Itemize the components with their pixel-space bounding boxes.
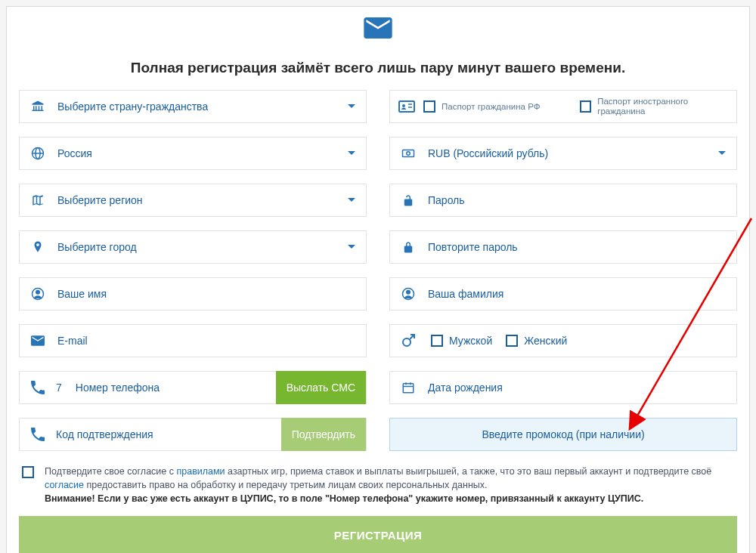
gender-icon	[399, 332, 417, 350]
chevron-down-icon	[346, 149, 357, 158]
chevron-down-icon	[346, 243, 357, 252]
promo-placeholder: Введите промокод (при наличии)	[482, 428, 644, 440]
id-card-icon	[398, 97, 416, 116]
region-select[interactable]: Выберите регион	[19, 184, 367, 217]
confirm-code-group: Код подтверждения Подтвердить	[19, 418, 367, 451]
citizenship-label: Выберите страну-гражданства	[57, 100, 346, 113]
dob-label: Дата рождения	[428, 382, 727, 394]
form-grid: Выберите страну-гражданства Паспорт граж…	[19, 90, 737, 451]
passport-rf-checkbox[interactable]: Паспорт гражданина РФ	[423, 100, 572, 113]
phone-icon	[29, 425, 47, 443]
lastname-input[interactable]: Ваша фамилия	[389, 277, 737, 310]
svg-point-10	[36, 291, 40, 295]
svg-point-13	[403, 338, 411, 346]
calendar-icon	[399, 381, 417, 394]
svg-point-8	[407, 152, 411, 156]
checkbox-icon	[431, 335, 443, 347]
money-icon	[399, 147, 417, 160]
firstname-input[interactable]: Ваше имя	[19, 277, 367, 310]
page-title: Полная регистрация займёт всего лишь пар…	[19, 60, 737, 76]
country-label: Россия	[57, 147, 346, 159]
chevron-down-icon	[346, 102, 357, 111]
chevron-down-icon	[346, 196, 357, 205]
user-icon	[29, 287, 47, 301]
consent-checkbox[interactable]	[22, 466, 34, 478]
checkbox-icon	[506, 335, 518, 347]
password-repeat-label: Повторите пароль	[428, 241, 727, 253]
svg-rect-7	[403, 150, 414, 157]
phone-input-group: 7 Номер телефона Выслать СМС	[19, 371, 367, 404]
password-repeat-input[interactable]: Повторите пароль	[389, 230, 737, 264]
gender-female-label: Женский	[524, 335, 567, 347]
email-label: E-mail	[57, 335, 357, 347]
region-label: Выберите регион	[57, 194, 346, 206]
checkbox-icon	[580, 100, 591, 113]
phone-country-code[interactable]: 7	[56, 382, 62, 394]
phone-placeholder[interactable]: Номер телефона	[76, 382, 276, 394]
svg-rect-0	[399, 101, 414, 112]
chevron-down-icon	[717, 149, 727, 158]
currency-select[interactable]: RUB (Российский рубль)	[389, 137, 737, 170]
dob-input[interactable]: Дата рождения	[389, 371, 737, 404]
svg-point-1	[402, 104, 405, 107]
confirm-button[interactable]: Подтвердить	[281, 418, 366, 451]
gender-group: Мужской Женский	[389, 324, 737, 357]
building-icon	[29, 100, 47, 113]
envelope-icon	[19, 13, 737, 60]
unlock-icon	[399, 193, 417, 207]
city-label: Выберите город	[57, 241, 346, 253]
password-input[interactable]: Пароль	[389, 184, 737, 217]
phone-icon	[29, 378, 47, 397]
register-button[interactable]: РЕГИСТРАЦИЯ	[19, 516, 737, 553]
passport-type-group: Паспорт гражданина РФ Паспорт иностранно…	[389, 90, 737, 123]
email-input[interactable]: E-mail	[19, 324, 367, 357]
send-sms-button[interactable]: Выслать СМС	[276, 371, 366, 404]
consent-link[interactable]: согласие	[45, 480, 84, 490]
user-icon	[399, 287, 417, 301]
lastname-label: Ваша фамилия	[428, 288, 727, 300]
consent-text: Подтвердите свое согласие с правилами аз…	[45, 465, 734, 505]
rules-link[interactable]: правилами	[176, 466, 225, 477]
pin-icon	[29, 240, 47, 254]
gender-male-checkbox[interactable]: Мужской	[431, 335, 492, 347]
checkbox-icon	[423, 100, 435, 113]
passport-foreign-checkbox[interactable]: Паспорт иностранного гражданина	[580, 97, 729, 116]
consent-block: Подтвердите свое согласие с правилами аз…	[22, 465, 734, 505]
passport-foreign-label: Паспорт иностранного гражданина	[597, 97, 729, 116]
map-icon	[29, 193, 47, 207]
svg-point-12	[407, 291, 411, 295]
confirm-code-placeholder[interactable]: Код подтверждения	[56, 428, 281, 440]
firstname-label: Ваше имя	[57, 288, 357, 300]
globe-icon	[29, 147, 47, 160]
gender-female-checkbox[interactable]: Женский	[506, 335, 567, 347]
envelope-icon	[29, 334, 47, 348]
country-select[interactable]: Россия	[19, 137, 367, 170]
promo-input[interactable]: Введите промокод (при наличии)	[389, 418, 737, 451]
currency-label: RUB (Российский рубль)	[428, 147, 717, 159]
registration-card: Полная регистрация займёт всего лишь пар…	[6, 6, 750, 553]
consent-warning: Внимание! Если у вас уже есть аккаунт в …	[45, 493, 643, 504]
gender-male-label: Мужской	[449, 335, 492, 347]
svg-rect-14	[403, 384, 414, 393]
city-select[interactable]: Выберите город	[19, 230, 367, 264]
password-label: Пароль	[428, 194, 727, 206]
passport-rf-label: Паспорт гражданина РФ	[442, 102, 540, 112]
lock-icon	[399, 240, 417, 254]
citizenship-select[interactable]: Выберите страну-гражданства	[19, 90, 367, 123]
